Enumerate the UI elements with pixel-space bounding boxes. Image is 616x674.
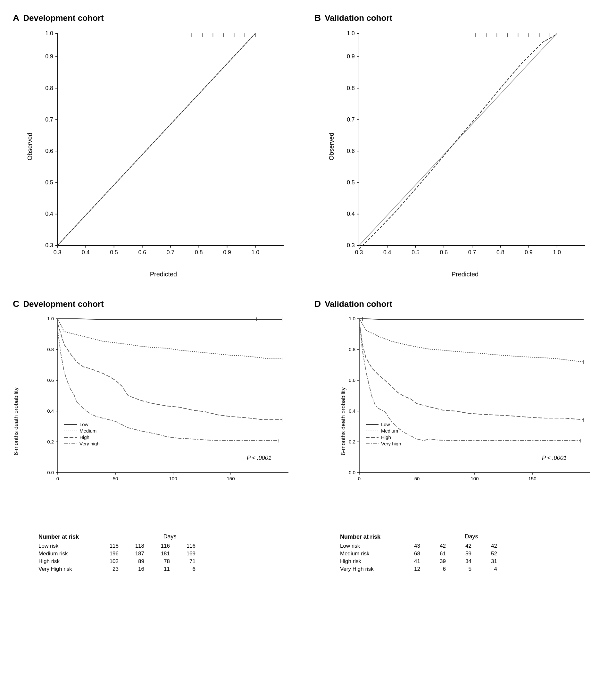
panel-d-risk-row-high: High risk 41 39 34 31 xyxy=(340,558,603,565)
svg-text:100: 100 xyxy=(169,476,177,481)
panel-d-km-wrapper: 6-months death probability 0.0 0.2 0.4 0… xyxy=(315,312,603,573)
panel-c-risk-veryhigh-150: 6 xyxy=(173,566,199,572)
svg-text:0.5: 0.5 xyxy=(347,179,355,186)
panel-b-letter: B xyxy=(315,13,321,23)
panel-b-title: B Validation cohort xyxy=(315,13,603,23)
panel-c-risk-high-150: 71 xyxy=(173,558,199,565)
svg-text:0.9: 0.9 xyxy=(347,53,355,60)
panel-d-risk-veryhigh-50: 6 xyxy=(423,566,449,572)
svg-text:0.8: 0.8 xyxy=(45,85,53,91)
svg-text:0.6: 0.6 xyxy=(440,249,448,255)
svg-text:0.3: 0.3 xyxy=(355,249,363,255)
panel-d-risk-medium-50: 61 xyxy=(423,551,449,557)
svg-text:0.7: 0.7 xyxy=(45,116,53,123)
panel-c-risk-medium-50: 187 xyxy=(122,551,147,557)
panel-d-risk-label-high: High risk xyxy=(340,558,398,565)
panel-c-risk-row-low: Low risk 118 118 116 116 xyxy=(38,542,301,550)
panel-c-risk-veryhigh-100: 11 xyxy=(147,566,173,572)
svg-text:0.3: 0.3 xyxy=(45,242,53,248)
svg-line-85 xyxy=(359,33,557,246)
panel-c-risk-row-medium: Medium risk 196 187 181 169 xyxy=(38,550,301,558)
panel-c-risk-low-150: 116 xyxy=(173,543,199,549)
svg-text:0.4: 0.4 xyxy=(347,211,355,217)
svg-text:0.6: 0.6 xyxy=(349,377,355,383)
svg-text:0.4: 0.4 xyxy=(47,408,54,414)
panel-c-risk-label-veryhigh: Very High risk xyxy=(38,566,96,572)
svg-text:0.4: 0.4 xyxy=(383,249,391,255)
svg-text:0.8: 0.8 xyxy=(347,85,355,91)
panel-c-risk-high-50: 89 xyxy=(122,558,147,565)
svg-text:0.5: 0.5 xyxy=(411,249,419,255)
svg-text:Medium: Medium xyxy=(381,428,398,434)
svg-text:0.7: 0.7 xyxy=(468,249,476,255)
panel-c-title-text: Development cohort xyxy=(23,299,104,309)
svg-text:0.4: 0.4 xyxy=(45,211,53,217)
svg-text:50: 50 xyxy=(113,476,118,481)
panel-c-risk-label-low: Low risk xyxy=(38,543,96,549)
panel-d-risk-low-50: 42 xyxy=(423,543,449,549)
panel-c-svg: 0.0 0.2 0.4 0.6 0.8 1.0 0 50 xyxy=(38,312,301,498)
svg-text:1.0: 1.0 xyxy=(553,249,561,255)
panel-d-title: D Validation cohort xyxy=(315,299,603,309)
panel-d-x-label: Days xyxy=(465,533,478,540)
panel-a-chart-area: Observed 0.3 0.4 0.5 0.6 0.7 xyxy=(13,26,301,267)
panel-c-risk-veryhigh-0: 23 xyxy=(96,566,122,572)
panel-c-risk-high-0: 102 xyxy=(96,558,122,565)
svg-text:150: 150 xyxy=(227,476,235,481)
svg-text:1.0: 1.0 xyxy=(47,316,54,321)
svg-text:Low: Low xyxy=(80,422,89,427)
panel-d-risk-medium-0: 68 xyxy=(398,551,423,557)
panel-c-km-chart: 6-months death probability 0.0 0.2 0.4 0… xyxy=(38,312,301,530)
panel-d-risk-medium-100: 59 xyxy=(449,551,475,557)
panel-c-y-label: 6-months death probability xyxy=(13,386,19,457)
svg-text:P < .0001: P < .0001 xyxy=(247,455,271,461)
panel-d-risk-high-100: 34 xyxy=(449,558,475,565)
panel-d-risk-medium-150: 52 xyxy=(475,551,500,557)
svg-text:High: High xyxy=(80,435,90,440)
svg-text:0.3: 0.3 xyxy=(53,249,61,255)
panel-b-title-text: Validation cohort xyxy=(325,13,392,23)
panel-c-letter: C xyxy=(13,299,19,309)
panel-b-y-label: Observed xyxy=(328,133,335,161)
panel-b-svg: 0.3 0.4 0.5 0.6 0.7 0.8 0.9 1.0 xyxy=(334,26,597,267)
panel-d-risk-label-veryhigh: Very High risk xyxy=(340,566,398,572)
panel-a-title-text: Development cohort xyxy=(23,13,104,23)
panel-b-chart-area: Observed 0.3 0.4 0.5 0.6 0.7 xyxy=(315,26,603,267)
svg-text:50: 50 xyxy=(414,476,420,481)
panel-d-risk-veryhigh-100: 5 xyxy=(449,566,475,572)
svg-text:0: 0 xyxy=(56,476,59,481)
svg-line-35 xyxy=(57,33,255,246)
panel-d-risk-low-100: 42 xyxy=(449,543,475,549)
panel-d-title-text: Validation cohort xyxy=(325,299,392,309)
panel-b: B Validation cohort Observed 0.3 0.4 0.5 xyxy=(315,13,603,279)
panel-a: A Development cohort Observed 0.3 0.4 0.… xyxy=(13,13,301,279)
panel-c-risk-medium-0: 196 xyxy=(96,551,122,557)
panel-c-risk-medium-100: 181 xyxy=(147,551,173,557)
svg-text:0.6: 0.6 xyxy=(45,148,53,154)
panel-d-km-chart: 6-months death probability 0.0 0.2 0.4 0… xyxy=(340,312,603,530)
panel-d-letter: D xyxy=(315,299,321,309)
panel-d-risk-high-0: 41 xyxy=(398,558,423,565)
panel-b-calib-chart: Observed 0.3 0.4 0.5 0.6 0.7 xyxy=(334,26,597,267)
svg-text:0.9: 0.9 xyxy=(45,53,53,60)
panel-d-risk-veryhigh-0: 12 xyxy=(398,566,423,572)
panel-c-risk-row-veryhigh: Very High risk 23 16 11 6 xyxy=(38,565,301,573)
panel-d: D Validation cohort 6-months death proba… xyxy=(315,299,603,573)
panel-c-risk-label-high: High risk xyxy=(38,558,96,565)
svg-text:Very high: Very high xyxy=(80,441,100,446)
svg-text:0.0: 0.0 xyxy=(349,470,355,475)
panel-c-risk-veryhigh-50: 16 xyxy=(122,566,147,572)
panel-c-risk-low-50: 118 xyxy=(122,543,147,549)
svg-text:150: 150 xyxy=(528,476,536,481)
svg-text:0.5: 0.5 xyxy=(110,249,118,255)
panel-c-risk-medium-150: 169 xyxy=(173,551,199,557)
panel-a-x-label: Predicted xyxy=(150,270,177,278)
panel-a-title: A Development cohort xyxy=(13,13,301,23)
svg-text:0.4: 0.4 xyxy=(349,408,355,414)
svg-text:0.2: 0.2 xyxy=(47,439,54,444)
svg-text:0.7: 0.7 xyxy=(347,116,355,123)
svg-text:Very high: Very high xyxy=(381,441,401,446)
panel-d-risk-label-medium: Medium risk xyxy=(340,551,398,557)
svg-text:100: 100 xyxy=(471,476,479,481)
svg-text:Low: Low xyxy=(381,422,390,427)
